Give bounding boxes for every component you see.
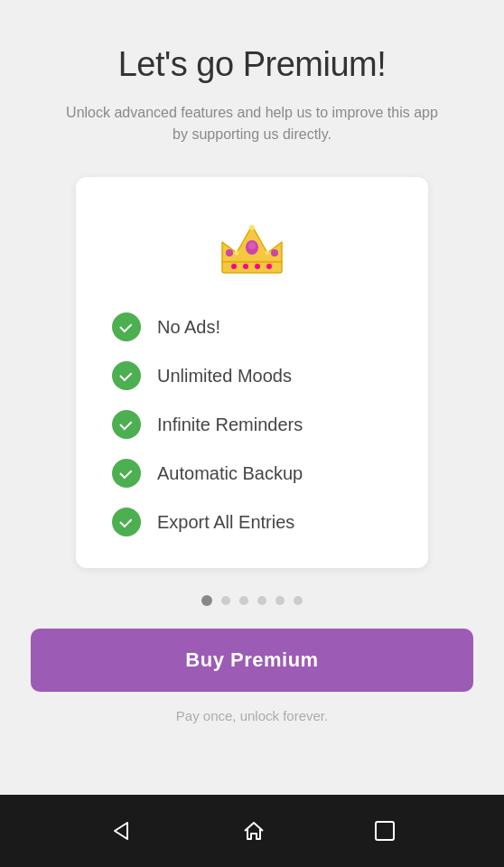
svg-point-4 [266, 264, 272, 269]
crown-container [112, 213, 392, 285]
svg-point-8 [271, 249, 278, 256]
check-icon-no-ads [112, 312, 141, 341]
feature-no-ads: No Ads! [112, 312, 392, 341]
feature-unlimited-moods: Unlimited Moods [112, 361, 392, 390]
dot-1 [201, 595, 212, 606]
subtitle-text: Unlock advanced features and help us to … [62, 102, 442, 145]
premium-card: No Ads! Unlimited Moods Infinite Reminde… [76, 177, 428, 568]
feature-infinite-reminders: Infinite Reminders [112, 410, 392, 439]
feature-label-export-entries: Export All Entries [157, 512, 294, 533]
check-icon-export-entries [112, 508, 141, 536]
dot-4 [257, 596, 266, 605]
dot-3 [239, 596, 248, 605]
recent-apps-button[interactable] [375, 821, 395, 841]
feature-export-entries: Export All Entries [112, 508, 392, 536]
svg-point-6 [248, 242, 256, 249]
svg-point-11 [249, 225, 255, 230]
dot-2 [221, 596, 230, 605]
page-dots [201, 595, 303, 606]
pay-once-label: Pay once, unlock forever. [176, 708, 328, 723]
svg-point-2 [243, 264, 248, 269]
recent-apps-icon [375, 821, 395, 841]
check-icon-unlimited-moods [112, 361, 141, 390]
main-content: Let's go Premium! Unlock advanced featur… [0, 0, 504, 795]
dot-6 [294, 596, 303, 605]
feature-label-no-ads: No Ads! [157, 317, 220, 338]
svg-point-3 [255, 264, 260, 269]
page-title: Let's go Premium! [118, 45, 387, 84]
back-button[interactable] [109, 819, 133, 843]
check-icon-automatic-backup [112, 459, 141, 488]
svg-point-10 [266, 251, 270, 256]
back-icon [109, 819, 133, 843]
svg-point-1 [231, 264, 237, 269]
home-icon [242, 819, 266, 843]
svg-point-7 [226, 249, 233, 256]
check-icon-infinite-reminders [112, 410, 141, 439]
svg-marker-12 [115, 823, 127, 839]
feature-label-automatic-backup: Automatic Backup [157, 463, 303, 484]
feature-automatic-backup: Automatic Backup [112, 459, 392, 488]
svg-point-9 [235, 251, 239, 256]
feature-label-infinite-reminders: Infinite Reminders [157, 415, 303, 435]
feature-list: No Ads! Unlimited Moods Infinite Reminde… [112, 312, 392, 536]
buy-premium-button[interactable]: Buy Premium [31, 629, 473, 692]
dot-5 [275, 596, 285, 605]
crown-icon [211, 213, 293, 285]
feature-label-unlimited-moods: Unlimited Moods [157, 366, 292, 387]
bottom-navigation [0, 795, 504, 867]
home-button[interactable] [242, 819, 266, 843]
